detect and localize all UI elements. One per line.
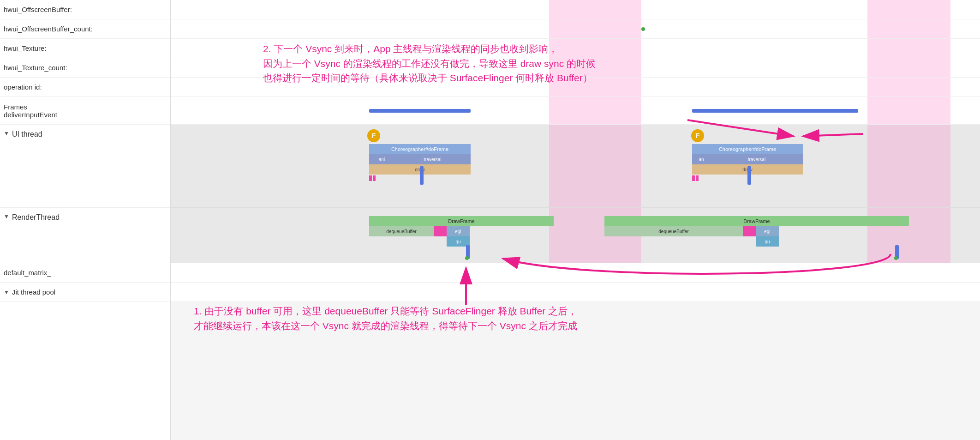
sidebar-row-hwui-texture-count: hwui_Texture_count: <box>0 58 170 78</box>
pink-block-rt-1 <box>434 226 447 236</box>
choreographer-block-2: Choreographer#doFrame an traversal draw <box>692 144 803 182</box>
sidebar-label-default-matrix: default_matrix_ <box>4 269 51 277</box>
sidebar-label-frames-deliver: Frames deliverInputEvent <box>4 103 57 119</box>
sidebar-row-operation-id: operation id: <box>0 78 170 97</box>
drawframe-label-1: DrawFrame <box>448 218 474 224</box>
content-area: F Choreographer#doFrame ani traversal <box>171 0 980 440</box>
row-render-thread: DrawFrame dequeueBuffer egl <box>171 208 980 263</box>
row-frames-deliver <box>171 97 980 125</box>
sidebar-row-frames-deliver: Frames deliverInputEvent <box>0 97 170 125</box>
sidebar: hwui_OffscreenBuffer: hwui_OffscreenBuff… <box>0 0 171 440</box>
sidebar-row-render-thread[interactable]: ▼ RenderThread <box>0 208 170 263</box>
blue-bar-deliver-1 <box>369 109 471 113</box>
highlight-band-8 <box>867 58 950 77</box>
qu-label-1: qu <box>455 239 460 244</box>
highlight-band-10 <box>867 78 950 96</box>
choreographer-block-1: Choreographer#doFrame ani traversal draw <box>369 144 471 182</box>
egl-label-1: egl <box>455 229 461 234</box>
sidebar-label-render-thread: RenderThread <box>12 213 60 222</box>
dequeue-label-2: dequeueBuffer <box>658 229 688 234</box>
highlight-band-9 <box>549 78 641 96</box>
highlight-band-6 <box>867 39 950 58</box>
pink-block-rt-2 <box>743 226 756 236</box>
sidebar-row-hwui-offscreen: hwui_OffscreenBuffer: <box>0 0 170 19</box>
highlight-band-12 <box>867 97 950 124</box>
traversal-label-1: traversal <box>424 157 441 162</box>
drawframe-block-1: DrawFrame dequeueBuffer egl <box>369 216 554 236</box>
row-default-matrix <box>171 263 980 283</box>
highlight-band-1 <box>549 0 641 19</box>
f-badge-1: F <box>367 129 380 142</box>
sidebar-label-operation-id: operation id: <box>4 83 42 91</box>
ui-highlight-1 <box>549 125 641 207</box>
f-badge-2: F <box>691 129 704 142</box>
sidebar-label-ui-thread: UI thread <box>12 130 42 139</box>
row-hwui-offscreen <box>171 0 980 19</box>
highlight-band-7 <box>549 58 641 77</box>
blue-connector-2 <box>747 166 751 185</box>
pink-ind-3 <box>692 175 695 181</box>
highlight-band-4 <box>867 19 950 38</box>
row-hwui-texture <box>171 39 980 58</box>
sidebar-row-hwui-offscreen-count: hwui_OffscreenBuffer_count: <box>0 19 170 39</box>
row-hwui-offscreen-count <box>171 19 980 39</box>
render-thread-toggle-icon[interactable]: ▼ <box>4 213 9 220</box>
row-operation-id <box>171 78 980 97</box>
pink-ind-2 <box>373 175 376 181</box>
dequeue-label-1: dequeueBuffer <box>386 229 416 234</box>
sidebar-label-jit-thread: Jit thread pool <box>12 288 55 296</box>
ani-label-1: ani <box>379 157 385 162</box>
qu-label-2: qu <box>765 239 770 244</box>
sidebar-row-hwui-texture: hwui_Texture: <box>0 39 170 58</box>
an-label-2: an <box>699 157 704 162</box>
green-dot-rt-2 <box>894 256 898 260</box>
blue-bar-deliver-2 <box>692 109 858 113</box>
sidebar-label-hwui-offscreen: hwui_OffscreenBuffer: <box>4 6 72 13</box>
jit-thread-toggle-icon[interactable]: ▼ <box>4 289 9 295</box>
annotation-text-2: 1. 由于没有 buffer 可用，这里 dequeueBuffer 只能等待 … <box>194 304 577 333</box>
annotation-text-2-content: 1. 由于没有 buffer 可用，这里 dequeueBuffer 只能等待 … <box>194 304 577 333</box>
green-dot-rt-1 <box>465 256 469 260</box>
row-jit-thread <box>171 283 980 302</box>
highlight-band-5 <box>549 39 641 58</box>
green-dot-1 <box>641 27 645 31</box>
highlight-band-2 <box>867 0 950 19</box>
egl-label-2: egl <box>764 229 770 234</box>
sidebar-row-default-matrix: default_matrix_ <box>0 263 170 283</box>
highlight-band-3 <box>549 19 641 38</box>
main-container: hwui_OffscreenBuffer: hwui_OffscreenBuff… <box>0 0 980 440</box>
choreographer-label-2: Choreographer#doFrame <box>719 146 776 152</box>
row-hwui-texture-count <box>171 58 980 78</box>
ui-highlight-2 <box>867 125 950 207</box>
sidebar-row-ui-thread[interactable]: ▼ UI thread <box>0 125 170 208</box>
pink-ind-1 <box>369 175 372 181</box>
choreographer-label-1: Choreographer#doFrame <box>391 146 448 152</box>
sidebar-label-hwui-texture-count: hwui_Texture_count: <box>4 64 67 72</box>
sidebar-label-hwui-texture: hwui_Texture: <box>4 44 47 52</box>
sidebar-row-jit-thread[interactable]: ▼ Jit thread pool <box>0 283 170 302</box>
blue-connector-1 <box>420 166 424 185</box>
row-ui-thread: F Choreographer#doFrame ani traversal <box>171 125 980 208</box>
highlight-band-11 <box>549 97 641 124</box>
traversal-label-2: traversal <box>748 157 765 162</box>
ui-thread-toggle-icon[interactable]: ▼ <box>4 130 9 137</box>
drawframe-block-2: DrawFrame dequeueBuffer egl <box>604 216 909 236</box>
pink-ind-4 <box>696 175 699 181</box>
sidebar-label-hwui-offscreen-count: hwui_OffscreenBuffer_count: <box>4 25 93 33</box>
drawframe-label-2: DrawFrame <box>743 218 770 224</box>
